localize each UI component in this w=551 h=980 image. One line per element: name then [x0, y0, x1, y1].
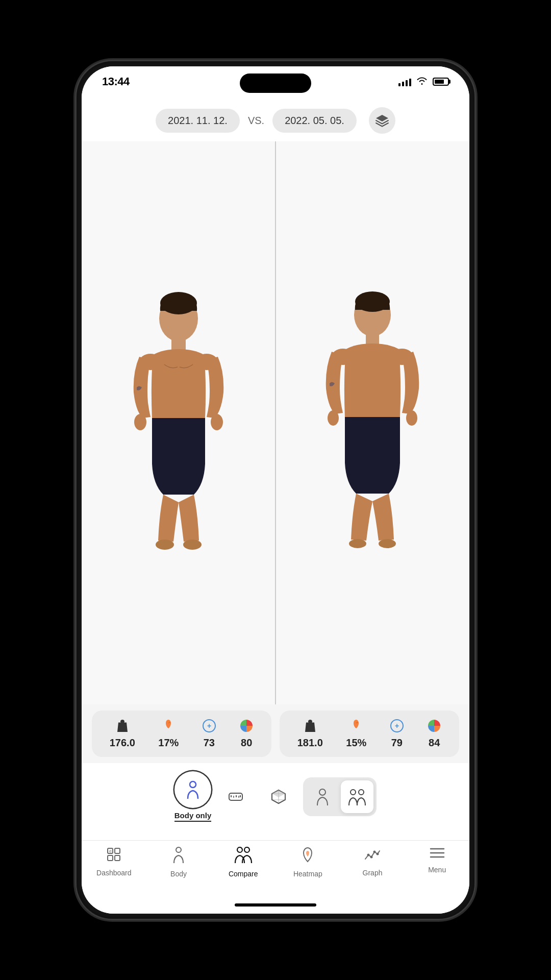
svg-rect-34	[108, 855, 113, 861]
tab-graph[interactable]: Graph	[340, 847, 405, 877]
svg-point-8	[183, 540, 202, 550]
tab-bar: d Dashboard Body	[82, 840, 469, 896]
date-header: 2021. 11. 12. VS. 2022. 05. 05.	[82, 97, 469, 141]
compare-area	[82, 141, 469, 704]
layers-button[interactable]	[369, 107, 395, 134]
muscle-icon-right: +	[390, 719, 404, 735]
svg-point-29	[319, 789, 325, 795]
date-right[interactable]: 2022. 05. 05.	[272, 109, 357, 133]
body-only-label: Body only	[174, 811, 212, 822]
tab-menu[interactable]: Menu	[405, 847, 469, 874]
fat-icon-left	[163, 719, 173, 735]
tab-heatmap-label: Heatmap	[293, 870, 322, 878]
body-icon	[171, 847, 186, 867]
date-left[interactable]: 2021. 11. 12.	[156, 109, 240, 133]
left-muscle-value: 73	[204, 737, 215, 749]
svg-text:d: d	[109, 849, 111, 853]
left-fat: 17%	[158, 719, 179, 749]
right-muscle-value: 79	[391, 737, 403, 749]
right-weight: 181.0	[297, 719, 323, 749]
status-icons	[398, 76, 449, 88]
left-weight: 176.0	[110, 719, 135, 749]
menu-icon	[430, 847, 445, 863]
view-toolbar: Body only	[82, 763, 469, 840]
fat-icon-right	[351, 719, 361, 735]
body-figure-left	[122, 290, 235, 556]
svg-point-43	[377, 853, 379, 855]
weight-icon-right	[305, 719, 316, 735]
single-view-button[interactable]	[306, 780, 339, 813]
left-score: 80	[239, 719, 254, 749]
svg-text:+: +	[207, 722, 211, 730]
muscle-icon-left: +	[202, 719, 216, 735]
tab-compare[interactable]: Compare	[211, 847, 276, 878]
svg-point-38	[237, 847, 242, 852]
right-stats-card: 181.0 15% + 79	[280, 710, 459, 757]
svg-point-6	[211, 414, 223, 430]
toolbar-wrapper: Body only	[174, 771, 377, 836]
dynamic-island	[240, 74, 311, 93]
svg-point-5	[134, 414, 146, 430]
main-content: 2021. 11. 12. VS. 2022. 05. 05.	[82, 97, 469, 840]
svg-rect-33	[115, 848, 120, 853]
tab-dashboard[interactable]: d Dashboard	[82, 847, 146, 877]
tab-body-label: Body	[170, 870, 187, 878]
right-score-value: 84	[429, 737, 440, 749]
left-muscle: + 73	[202, 719, 216, 749]
svg-point-15	[406, 410, 417, 426]
signal-icon	[398, 77, 411, 86]
left-stats-card: 176.0 17% + 73	[92, 710, 271, 757]
body-figure-right	[316, 290, 429, 556]
view-mode-group	[303, 777, 377, 816]
tab-dashboard-label: Dashboard	[96, 869, 132, 877]
vs-label: VS.	[248, 115, 264, 127]
tab-menu-label: Menu	[428, 866, 446, 874]
svg-point-22	[190, 781, 196, 788]
screen: 13:44	[82, 66, 469, 914]
divider-line	[275, 141, 276, 704]
svg-point-30	[350, 790, 356, 795]
svg-point-37	[176, 847, 181, 852]
weight-icon-left	[117, 719, 128, 735]
svg-point-40	[367, 854, 370, 856]
right-fat: 15%	[346, 719, 366, 749]
heatmap-icon	[300, 847, 315, 867]
tab-compare-label: Compare	[229, 870, 258, 878]
graph-icon	[364, 847, 381, 866]
right-weight-value: 181.0	[297, 737, 323, 749]
compare-left	[82, 141, 276, 704]
score-icon-right	[427, 719, 441, 735]
wifi-icon	[416, 76, 428, 88]
svg-point-39	[244, 847, 249, 852]
svg-point-17	[379, 539, 396, 548]
home-bar	[235, 903, 316, 906]
tape-measure-button[interactable]	[217, 778, 254, 815]
3d-view-button[interactable]	[260, 778, 297, 815]
phone-frame: 13:44	[77, 61, 474, 919]
svg-point-31	[359, 790, 364, 795]
tab-body[interactable]: Body	[146, 847, 211, 878]
home-indicator	[82, 896, 469, 914]
score-icon-left	[239, 719, 254, 735]
svg-point-14	[328, 410, 339, 426]
svg-text:+: +	[395, 722, 399, 730]
left-fat-value: 17%	[158, 737, 179, 749]
right-muscle: + 79	[390, 719, 404, 749]
dashboard-icon: d	[106, 847, 121, 866]
svg-point-7	[156, 540, 174, 550]
svg-point-41	[370, 856, 373, 859]
svg-rect-35	[115, 855, 120, 861]
left-score-value: 80	[241, 737, 252, 749]
tab-heatmap[interactable]: Heatmap	[276, 847, 340, 878]
left-weight-value: 176.0	[110, 737, 135, 749]
compare-icon	[234, 847, 253, 867]
tab-graph-label: Graph	[363, 869, 383, 877]
status-time: 13:44	[102, 75, 130, 88]
compare-right	[276, 141, 469, 704]
stats-bar: 176.0 17% + 73	[82, 704, 469, 763]
right-fat-value: 15%	[346, 737, 366, 749]
body-only-button[interactable]	[174, 771, 211, 808]
compare-view-button[interactable]	[341, 780, 373, 813]
svg-point-16	[349, 539, 366, 548]
battery-icon	[433, 78, 449, 86]
